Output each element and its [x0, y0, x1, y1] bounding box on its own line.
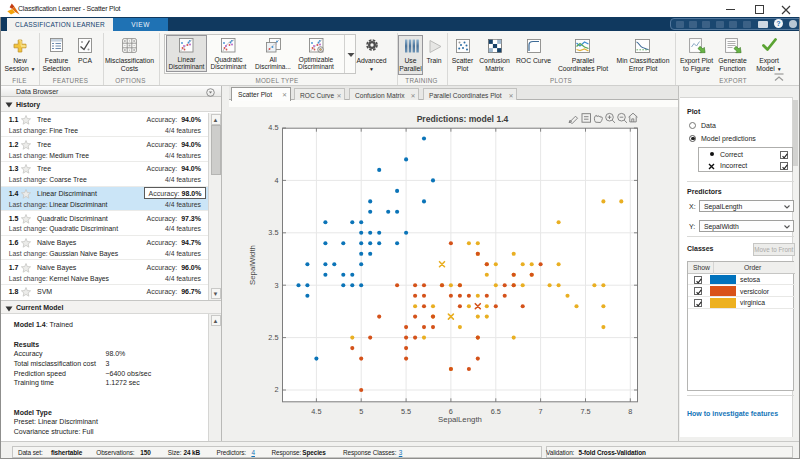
svg-text:SepalLength: SepalLength	[438, 415, 482, 424]
svg-text:2: 2	[274, 385, 278, 394]
svg-text:7.5: 7.5	[580, 407, 590, 416]
svg-text:SepalWidth: SepalWidth	[248, 245, 257, 285]
svg-text:4: 4	[274, 176, 278, 185]
svg-text:5.5: 5.5	[401, 407, 411, 416]
svg-text:2.5: 2.5	[268, 333, 278, 342]
svg-text:4.5: 4.5	[311, 407, 321, 416]
svg-text:8: 8	[628, 407, 632, 416]
svg-text:5: 5	[359, 407, 363, 416]
svg-text:4.5: 4.5	[268, 123, 278, 132]
svg-text:3.5: 3.5	[268, 228, 278, 237]
svg-text:Predictions: model 1.4: Predictions: model 1.4	[417, 114, 509, 124]
svg-text:3: 3	[274, 281, 278, 290]
svg-text:6.5: 6.5	[491, 407, 501, 416]
svg-text:7: 7	[539, 407, 543, 416]
